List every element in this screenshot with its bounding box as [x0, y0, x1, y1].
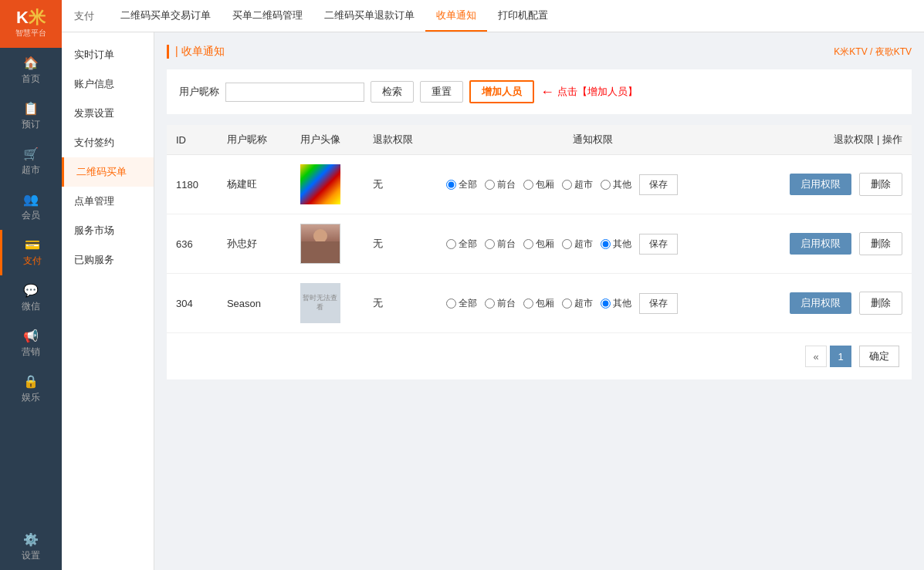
radio-front-1[interactable]: 前台: [485, 178, 516, 191]
pagination: « 1 确定: [167, 333, 912, 379]
enable-button-2[interactable]: 启用权限: [790, 233, 851, 255]
col-notify: 通知权限: [437, 125, 749, 155]
add-member-button[interactable]: 增加人员: [469, 80, 534, 103]
avatar-3: 暂时无法查看: [300, 283, 340, 323]
arrow-hint: ← 点击【增加人员】: [540, 84, 638, 100]
radio-other-3[interactable]: 其他: [601, 297, 631, 310]
tab-collection-notify[interactable]: 收单通知: [425, 0, 487, 32]
cell-refund-2: 无: [364, 214, 437, 274]
sidebar-item-settings[interactable]: ⚙️ 设置: [0, 524, 62, 570]
save-button-2[interactable]: 保存: [639, 234, 678, 255]
supermarket-icon: 🛒: [23, 147, 39, 161]
sidebar-item-payment[interactable]: 💳 支付: [0, 230, 62, 275]
payment-icon: 💳: [25, 238, 40, 252]
table-header-row: ID 用户昵称 用户头像 退款权限 通知权限 退款权限 | 操作: [167, 125, 912, 155]
save-button-3[interactable]: 保存: [639, 293, 678, 314]
users-table: ID 用户昵称 用户头像 退款权限 通知权限 退款权限 | 操作 1180 杨建…: [167, 125, 912, 333]
cell-notify-3: 全部 前台 包厢 超市 其他 保存: [437, 274, 749, 333]
search-label: 用户昵称: [179, 85, 219, 99]
search-bar: 用户昵称 检索 重置 增加人员 ← 点击【增加人员】: [167, 69, 912, 114]
table-row: 304 Season 暂时无法查看 无 全部 前台 包厢: [167, 274, 912, 333]
cell-avatar-3: 暂时无法查看: [291, 274, 364, 333]
sidebar-item-marketing[interactable]: 📢 营销: [0, 321, 62, 366]
save-button-1[interactable]: 保存: [639, 174, 678, 195]
radio-front-3[interactable]: 前台: [485, 297, 516, 310]
sub-sidebar-invoice-settings[interactable]: 发票设置: [62, 99, 154, 128]
cell-nickname-1: 杨建旺: [218, 155, 291, 214]
sidebar-item-wechat[interactable]: 💬 微信: [0, 275, 62, 321]
radio-other-1[interactable]: 其他: [601, 178, 631, 191]
sub-sidebar-purchased-services[interactable]: 已购服务: [62, 245, 154, 275]
pagination-prev[interactable]: «: [805, 346, 827, 367]
sub-sidebar-payment-sign[interactable]: 支付签约: [62, 128, 154, 157]
radio-room-3[interactable]: 包厢: [523, 297, 554, 310]
sub-sidebar-service-market[interactable]: 服务市场: [62, 216, 154, 245]
tab-qr-management[interactable]: 买单二维码管理: [222, 0, 313, 32]
radio-supermarket-1[interactable]: 超市: [562, 178, 593, 191]
marketing-icon: 📢: [23, 329, 39, 343]
cell-refund-3: 无: [364, 274, 437, 333]
notify-radio-group-2: 全部 前台 包厢 超市 其他 保存: [446, 234, 740, 255]
radio-all-2[interactable]: 全部: [446, 238, 477, 251]
enable-button-3[interactable]: 启用权限: [790, 292, 851, 314]
sidebar-item-home[interactable]: 🏠 首页: [0, 48, 62, 93]
sidebar-item-supermarket[interactable]: 🛒 超市: [0, 139, 62, 184]
notify-radio-group-3: 全部 前台 包厢 超市 其他 保存: [446, 293, 740, 314]
col-id: ID: [167, 125, 218, 155]
logo-km: K米: [16, 9, 46, 26]
cell-actions-2: 启用权限 删除: [749, 214, 912, 274]
search-button[interactable]: 检索: [371, 81, 414, 103]
col-nickname: 用户昵称: [218, 125, 291, 155]
cell-actions-3: 启用权限 删除: [749, 274, 912, 333]
reset-button[interactable]: 重置: [420, 81, 463, 103]
settings-icon: ⚙️: [23, 532, 39, 547]
sidebar-item-member[interactable]: 👥 会员: [0, 184, 62, 230]
radio-front-2[interactable]: 前台: [485, 238, 516, 251]
sub-sidebar-order-management[interactable]: 点单管理: [62, 187, 154, 216]
enable-button-1[interactable]: 启用权限: [790, 174, 851, 195]
cell-notify-1: 全部 前台 包厢 超市 其他 保存: [437, 155, 749, 214]
notify-radio-group-1: 全部 前台 包厢 超市 其他 保存: [446, 174, 740, 195]
cell-avatar-1: [291, 155, 364, 214]
delete-button-2[interactable]: 删除: [859, 232, 902, 255]
radio-supermarket-3[interactable]: 超市: [562, 297, 593, 310]
search-input[interactable]: [225, 83, 364, 102]
sub-sidebar-realtime-orders[interactable]: 实时订单: [62, 40, 154, 69]
sidebar-logo: K米 智慧平台: [0, 0, 62, 48]
sidebar-label-home: 首页: [22, 73, 40, 86]
cell-nickname-2: 孙忠好: [218, 214, 291, 274]
sub-sidebar-qr-buy[interactable]: 二维码买单: [62, 157, 154, 187]
radio-supermarket-2[interactable]: 超市: [562, 238, 593, 251]
sidebar-item-reservation[interactable]: 📋 预订: [0, 93, 62, 139]
avatar-1: [300, 164, 340, 204]
tab-qr-refund[interactable]: 二维码买单退款订单: [313, 0, 425, 32]
tab-qr-orders[interactable]: 二维码买单交易订单: [110, 0, 222, 32]
breadcrumb-sep: /: [870, 46, 875, 57]
sub-sidebar-account-info[interactable]: 账户信息: [62, 69, 154, 99]
sidebar-item-entertainment[interactable]: 🔒 娱乐: [0, 366, 62, 412]
delete-button-1[interactable]: 删除: [859, 173, 902, 196]
radio-room-2[interactable]: 包厢: [523, 238, 554, 251]
col-actions: 退款权限 | 操作: [749, 125, 912, 155]
avatar-2: [300, 224, 340, 264]
radio-other-2[interactable]: 其他: [601, 238, 631, 251]
logo-subtitle: 智慧平台: [15, 28, 46, 39]
hint-text: 点击【增加人员】: [557, 85, 638, 99]
cell-notify-2: 全部 前台 包厢 超市 其他 保存: [437, 214, 749, 274]
breadcrumb-ktv: K米KTV: [834, 46, 867, 57]
delete-button-3[interactable]: 删除: [859, 292, 902, 315]
cell-id-1: 1180: [167, 155, 218, 214]
radio-all-1[interactable]: 全部: [446, 178, 477, 191]
radio-room-1[interactable]: 包厢: [523, 178, 554, 191]
sidebar-label-marketing: 营销: [22, 346, 40, 359]
sidebar: K米 智慧平台 🏠 首页 📋 预订 🛒 超市 👥 会员 💳 支付 💬 微信 📢 …: [0, 0, 62, 570]
pagination-page-1[interactable]: 1: [830, 346, 851, 367]
cell-id-2: 636: [167, 214, 218, 274]
content-area: 实时订单 账户信息 发票设置 支付签约 二维码买单 点单管理 服务市场 已购服务…: [62, 32, 924, 570]
radio-all-3[interactable]: 全部: [446, 297, 477, 310]
tab-printer-config[interactable]: 打印机配置: [487, 0, 559, 32]
cell-avatar-2: [291, 214, 364, 274]
pagination-confirm[interactable]: 确定: [859, 346, 899, 367]
page-header: | 收单通知 K米KTV / 夜歌KTV: [167, 45, 912, 59]
table-container: ID 用户昵称 用户头像 退款权限 通知权限 退款权限 | 操作 1180 杨建…: [167, 125, 912, 379]
